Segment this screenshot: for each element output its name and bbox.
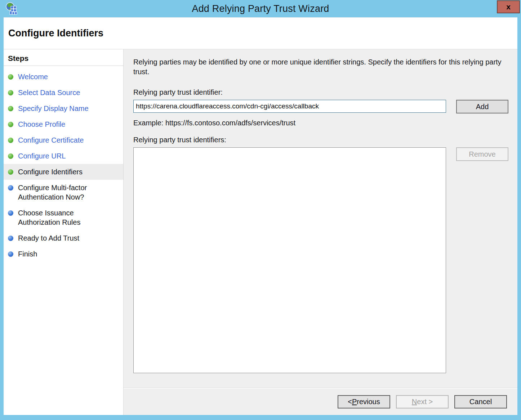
- step-label: Welcome: [18, 72, 48, 81]
- step-status-icon: [8, 138, 13, 143]
- step-label: Select Data Source: [18, 88, 80, 97]
- previous-button[interactable]: < Previous: [338, 395, 390, 408]
- wizard-footer: < Previous Next > Cancel: [124, 388, 517, 415]
- sidebar-step-ready-to-add-trust: Ready to Add Trust: [4, 230, 123, 246]
- step-status-icon: [8, 185, 13, 191]
- step-status-icon: [8, 169, 13, 175]
- sidebar-step-choose-profile[interactable]: Choose Profile: [4, 116, 123, 132]
- title-bar: Add Relying Party Trust Wizard x: [0, 0, 521, 17]
- step-label: Specify Display Name: [18, 104, 89, 113]
- add-button[interactable]: Add: [456, 100, 508, 113]
- page-header: Configure Identifiers: [4, 17, 517, 49]
- example-text: Example: https://fs.contoso.com/adfs/ser…: [133, 119, 509, 127]
- step-label: Configure URL: [18, 151, 66, 161]
- sidebar-step-configure-identifiers: Configure Identifiers: [4, 164, 123, 180]
- step-status-icon: [8, 251, 13, 257]
- sidebar-step-specify-display-name[interactable]: Specify Display Name: [4, 100, 123, 116]
- page-title: Configure Identifiers: [8, 28, 103, 39]
- sidebar-step-select-data-source[interactable]: Select Data Source: [4, 85, 123, 100]
- step-status-icon: [8, 74, 13, 80]
- wizard-dialog: Configure Identifiers Steps WelcomeSelec…: [4, 17, 517, 415]
- step-label: Choose Profile: [18, 120, 65, 129]
- remove-button: Remove: [456, 147, 508, 161]
- sidebar-step-welcome[interactable]: Welcome: [4, 69, 123, 85]
- sidebar-step-finish: Finish: [4, 246, 123, 262]
- identifier-label: Relying party trust identifier:: [133, 88, 509, 97]
- step-status-icon: [8, 106, 13, 111]
- next-button: Next >: [396, 395, 449, 408]
- cancel-button[interactable]: Cancel: [454, 395, 507, 408]
- identifiers-listbox[interactable]: [133, 147, 446, 373]
- sidebar-step-configure-certificate[interactable]: Configure Certificate: [4, 132, 123, 148]
- identifier-input[interactable]: [133, 100, 446, 113]
- steps-list: WelcomeSelect Data SourceSpecify Display…: [4, 66, 123, 262]
- main-panel: Relying parties may be identified by one…: [124, 49, 517, 415]
- step-status-icon: [8, 153, 13, 159]
- sidebar-step-configure-multi-factor-authentication-now: Configure Multi-factor Authentication No…: [4, 180, 123, 205]
- step-label: Configure Certificate: [18, 135, 84, 145]
- intro-text: Relying parties may be identified by one…: [133, 57, 504, 77]
- identifiers-list-label: Relying party trust identifiers:: [133, 136, 509, 144]
- step-status-icon: [8, 236, 13, 241]
- step-label: Configure Multi-factor Authentication No…: [18, 183, 107, 202]
- window-title: Add Relying Party Trust Wizard: [192, 3, 329, 14]
- step-status-icon: [8, 90, 13, 95]
- step-status-icon: [8, 210, 13, 216]
- steps-heading: Steps: [4, 53, 123, 66]
- sidebar-step-choose-issuance-authorization-rules: Choose Issuance Authorization Rules: [4, 205, 123, 230]
- step-status-icon: [8, 122, 13, 127]
- step-label: Finish: [18, 249, 37, 259]
- step-label: Configure Identifiers: [18, 167, 83, 177]
- steps-sidebar: Steps WelcomeSelect Data SourceSpecify D…: [4, 49, 124, 415]
- sidebar-step-configure-url[interactable]: Configure URL: [4, 148, 123, 164]
- adfs-app-icon: [5, 2, 19, 15]
- step-label: Choose Issuance Authorization Rules: [18, 208, 107, 227]
- close-button[interactable]: x: [497, 0, 520, 13]
- step-label: Ready to Add Trust: [18, 233, 79, 243]
